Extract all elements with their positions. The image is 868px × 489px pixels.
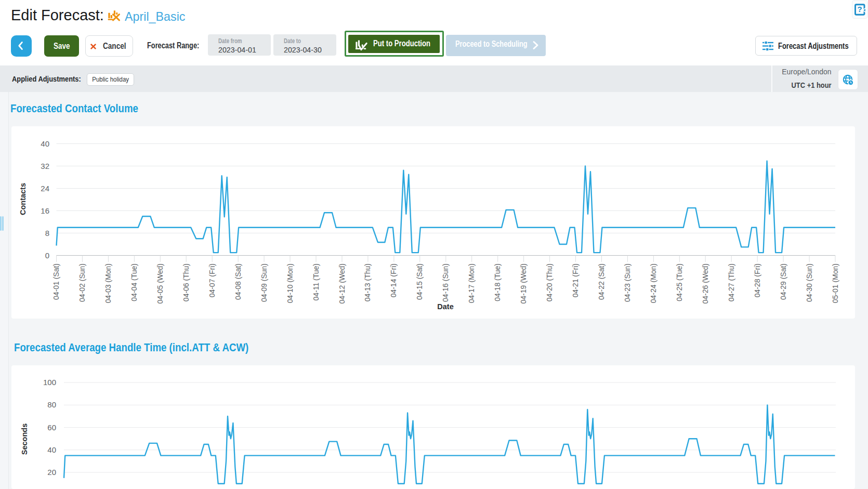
svg-text:60: 60 [47, 423, 56, 432]
svg-text:40: 40 [47, 445, 56, 454]
svg-text:Seconds: Seconds [20, 424, 29, 455]
svg-text:80: 80 [47, 400, 56, 409]
svg-text:100: 100 [43, 378, 56, 387]
svg-text:20: 20 [47, 468, 56, 477]
